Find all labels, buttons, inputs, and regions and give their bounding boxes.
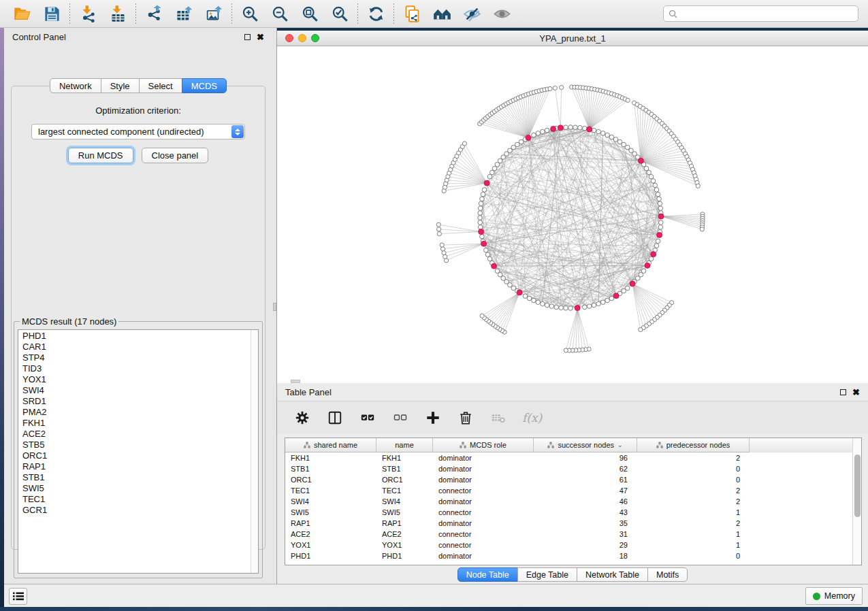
table-scrollbar-thumb[interactable] xyxy=(854,455,861,517)
delete-column-button[interactable] xyxy=(457,409,475,427)
mcds-result-item[interactable]: SRD1 xyxy=(21,396,250,407)
show-all-button[interactable] xyxy=(487,2,517,25)
save-session-button[interactable] xyxy=(37,2,67,25)
column-header-shared-name[interactable]: shared name xyxy=(285,438,376,452)
float-table-panel-icon[interactable] xyxy=(840,389,846,395)
memory-button[interactable]: Memory xyxy=(805,587,863,605)
tab-style[interactable]: Style xyxy=(101,78,140,93)
cell: 18 xyxy=(534,552,637,560)
search-field[interactable] xyxy=(663,5,858,22)
hide-selected-button[interactable] xyxy=(457,2,487,25)
column-header-predecessor-nodes[interactable]: predecessor nodes xyxy=(637,438,750,452)
cell: FKH1 xyxy=(285,454,376,462)
deselect-all-rows-button[interactable] xyxy=(391,409,409,427)
refresh-view-button[interactable] xyxy=(361,2,391,25)
table-row-YOX1[interactable]: YOX1YOX1connector291 xyxy=(285,540,861,550)
tab-motifs[interactable]: Motifs xyxy=(647,567,688,582)
control-panel-tabs: NetworkStyleSelectMCDS xyxy=(4,78,272,93)
columns-icon xyxy=(327,410,342,425)
first-neighbors-button[interactable] xyxy=(427,2,457,25)
mcds-result-item[interactable]: STB1 xyxy=(21,472,250,483)
clone-network-button[interactable] xyxy=(397,2,427,25)
add-column-button[interactable] xyxy=(424,409,442,427)
column-header-MCDS-role[interactable]: MCDS role xyxy=(433,438,534,452)
cell: connector xyxy=(433,508,534,516)
export-table-button[interactable] xyxy=(169,2,199,25)
run-mcds-button[interactable]: Run MCDS xyxy=(68,148,133,163)
zoom-selected-button[interactable] xyxy=(325,2,355,25)
mcds-hub-node xyxy=(651,252,656,257)
mcds-result-item[interactable]: ORC1 xyxy=(21,450,250,461)
table-row-ACE2[interactable]: ACE2ACE2connector311 xyxy=(285,529,861,540)
optimization-criterion-dropdown[interactable]: largest connected component (undirected) xyxy=(31,124,245,139)
table-tabs: Node TableEdge TableNetwork TableMotifs xyxy=(277,566,868,583)
mcds-result-item[interactable]: PHD1 xyxy=(21,331,250,342)
zoom-fit-button[interactable] xyxy=(295,2,325,25)
table-row-ORC1[interactable]: ORC1ORC1dominator610 xyxy=(285,474,861,485)
mcds-result-item[interactable]: PMA2 xyxy=(21,407,250,418)
mcds-result-item[interactable]: STB5 xyxy=(21,440,250,450)
table-row-FKH1[interactable]: FKH1FKH1dominator962 xyxy=(285,452,861,463)
mcds-result-item[interactable]: TID3 xyxy=(21,363,250,374)
tab-network-table[interactable]: Network Table xyxy=(577,567,648,582)
task-history-button[interactable] xyxy=(9,588,27,605)
table-row-SWI4[interactable]: SWI4SWI4dominator462 xyxy=(285,496,861,507)
column-header-successor-nodes[interactable]: successor nodes⌄ xyxy=(534,438,637,452)
tab-select[interactable]: Select xyxy=(139,78,182,93)
mcds-result-item[interactable]: SWI4 xyxy=(21,385,250,396)
mcds-hub-node xyxy=(613,293,619,299)
network-graph[interactable] xyxy=(277,46,868,383)
mcds-hub-node xyxy=(638,158,643,163)
export-image-button[interactable] xyxy=(199,2,229,25)
cell: 1 xyxy=(637,508,750,516)
close-table-panel-icon[interactable]: ✖ xyxy=(852,388,860,397)
mcds-result-item[interactable]: TEC1 xyxy=(21,494,250,505)
zoom-in-button[interactable] xyxy=(235,2,265,25)
search-input[interactable] xyxy=(681,9,853,19)
mcds-hub-node xyxy=(575,306,580,311)
cell: dominator xyxy=(433,476,534,484)
mcds-result-item[interactable]: FKH1 xyxy=(21,418,250,429)
column-selector-button[interactable] xyxy=(326,409,344,427)
zoom-out-button[interactable] xyxy=(265,2,295,25)
tab-edge-table[interactable]: Edge Table xyxy=(517,567,577,582)
mcds-hub-node xyxy=(551,126,556,131)
divider-grip[interactable] xyxy=(273,303,276,311)
mcds-result-item[interactable]: STP4 xyxy=(21,352,250,363)
cell: YOX1 xyxy=(376,541,433,549)
import-table-button[interactable] xyxy=(103,2,133,25)
table-row-TEC1[interactable]: TEC1TEC1connector472 xyxy=(285,485,861,496)
select-all-rows-button[interactable] xyxy=(359,409,376,427)
zoom-fit-icon xyxy=(301,5,319,23)
tab-node-table[interactable]: Node Table xyxy=(457,567,518,582)
panel-divider-vertical[interactable] xyxy=(272,28,277,584)
cell: ORC1 xyxy=(376,476,433,484)
mcds-result-item[interactable]: SWI5 xyxy=(21,483,250,494)
network-window-titlebar[interactable]: YPA_prune.txt_1 xyxy=(277,31,868,46)
tab-mcds[interactable]: MCDS xyxy=(182,78,227,93)
table-scrollbar[interactable] xyxy=(852,438,861,565)
mcds-result-item[interactable]: YOX1 xyxy=(21,374,250,385)
close-panel-icon[interactable]: ✖ xyxy=(257,33,264,42)
float-panel-icon[interactable] xyxy=(244,34,251,40)
mcds-result-list[interactable]: PHD1CAR1STP4TID3YOX1SWI4SRD1PMA2FKH1ACE2… xyxy=(18,329,259,574)
mcds-result-item[interactable]: GCR1 xyxy=(21,505,250,516)
result-list-scrollbar[interactable] xyxy=(251,330,258,573)
mcds-result-item[interactable]: ACE2 xyxy=(21,429,250,440)
mcds-result-item[interactable]: CAR1 xyxy=(21,342,250,352)
import-network-button[interactable] xyxy=(73,2,103,25)
table-row-SWI5[interactable]: SWI5SWI5connector431 xyxy=(285,507,861,518)
table-row-STB1[interactable]: STB1STB1dominator620 xyxy=(285,463,861,474)
table-options-button[interactable] xyxy=(293,409,311,427)
tab-network[interactable]: Network xyxy=(50,78,101,93)
export-network-button[interactable] xyxy=(139,2,169,25)
table-row-PHD1[interactable]: PHD1PHD1dominator180 xyxy=(285,550,861,561)
cell: connector xyxy=(433,541,534,549)
mcds-result-item[interactable]: RAP1 xyxy=(21,461,250,472)
table-row-RAP1[interactable]: RAP1RAP1dominator352 xyxy=(285,518,861,529)
close-panel-button[interactable]: Close panel xyxy=(142,148,209,163)
cell: YOX1 xyxy=(285,541,376,549)
network-canvas[interactable] xyxy=(277,46,868,383)
column-header-name[interactable]: name xyxy=(376,438,433,452)
open-file-button[interactable] xyxy=(7,2,37,25)
